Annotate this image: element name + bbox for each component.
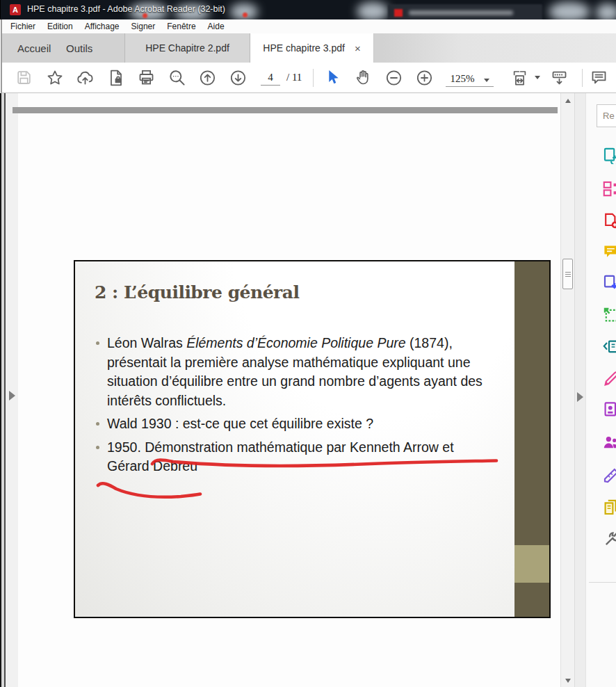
fit-width-button[interactable] bbox=[510, 67, 529, 88]
create-pdf-tool[interactable] bbox=[603, 213, 616, 229]
fit-width-icon bbox=[510, 68, 529, 88]
expand-left-pane-arrow[interactable] bbox=[9, 391, 15, 401]
zoom-level-dropdown[interactable]: 125% bbox=[446, 68, 494, 87]
arrow-down-circle-icon bbox=[229, 68, 248, 88]
bullet-dot-icon bbox=[96, 341, 99, 345]
compress-pdf-tool[interactable] bbox=[603, 339, 616, 355]
comment-tool[interactable] bbox=[603, 243, 616, 260]
slide-bullet-list: Léon Walras Éléments d’Économie Politiqu… bbox=[96, 334, 485, 480]
bullet-item: 1950. Démonstration mathématique par Ken… bbox=[96, 438, 485, 476]
fill-sign-pencil-tool[interactable] bbox=[603, 371, 616, 387]
bullet-dot-icon bbox=[96, 422, 99, 426]
minus-circle-icon bbox=[384, 68, 403, 88]
menu-edition[interactable]: Edition bbox=[47, 22, 73, 31]
background-window bbox=[388, 4, 542, 19]
printer-icon bbox=[137, 68, 156, 87]
hand-icon bbox=[354, 68, 373, 87]
vertical-scrollbar[interactable] bbox=[560, 93, 574, 687]
tab-outils[interactable]: Outils bbox=[66, 33, 92, 63]
acrobat-window: A HPE chapitre 3.pdf - Adobe Acrobat Rea… bbox=[0, 0, 616, 687]
close-tab-icon[interactable]: × bbox=[355, 43, 361, 54]
comment-button[interactable] bbox=[590, 67, 608, 88]
crop-pages-tool[interactable] bbox=[603, 307, 616, 323]
zoom-out-button[interactable] bbox=[384, 67, 403, 88]
arrow-up-circle-icon bbox=[198, 68, 217, 88]
chevron-down-icon[interactable] bbox=[535, 76, 540, 79]
bullet-text: 1950. Démonstration mathématique par Ken… bbox=[107, 438, 485, 476]
window-titlebar: A HPE chapitre 3.pdf - Adobe Acrobat Rea… bbox=[0, 0, 616, 19]
presentation-mode-button[interactable] bbox=[550, 67, 569, 88]
tab-label: HPE Chapitre 2.pdf bbox=[145, 42, 229, 54]
document-area: 2 : L’équilibre général Léon Walras Élém… bbox=[0, 93, 616, 687]
notification-dot bbox=[243, 13, 248, 17]
share-cloud-button[interactable] bbox=[76, 67, 95, 88]
sidebar-divider bbox=[589, 582, 616, 583]
menu-bar: Fichier Edition Affichage Signer Fenêtre… bbox=[1, 19, 616, 33]
main-toolbar: 4 / 11 125% bbox=[1, 63, 616, 93]
page-number-input[interactable]: 4 bbox=[261, 70, 280, 86]
favorite-star-button[interactable] bbox=[45, 67, 64, 88]
zoom-in-button[interactable] bbox=[415, 67, 434, 88]
combine-files-tool[interactable] bbox=[603, 499, 616, 516]
tab-accueil[interactable]: Accueil bbox=[17, 33, 51, 63]
page-total-label: / 11 bbox=[286, 72, 302, 83]
slide-accent-block bbox=[514, 545, 549, 583]
measure-pen-tool[interactable] bbox=[603, 467, 616, 484]
tab-label: HPE chapitre 3.pdf bbox=[263, 42, 345, 54]
comment-bubble-icon bbox=[590, 68, 608, 87]
menu-signer[interactable]: Signer bbox=[131, 22, 156, 31]
previous-page-button[interactable] bbox=[198, 67, 217, 88]
export-pdf-tool[interactable] bbox=[603, 147, 616, 164]
pointer-icon bbox=[324, 69, 341, 86]
convert-pdf-tool[interactable] bbox=[603, 275, 616, 291]
acrobat-app-icon: A bbox=[10, 4, 21, 15]
organize-pages-tool[interactable] bbox=[603, 180, 616, 197]
bullet-text: Wald 1930 : est-ce que cet équilibre exi… bbox=[107, 414, 485, 434]
background-blob bbox=[596, 3, 616, 19]
next-page-button[interactable] bbox=[229, 67, 248, 88]
search-icon bbox=[168, 68, 186, 87]
document-lock-icon bbox=[107, 69, 125, 87]
menu-fichier[interactable]: Fichier bbox=[10, 22, 35, 31]
more-tools-wrench[interactable] bbox=[603, 531, 616, 548]
scroll-down-arrow[interactable] bbox=[565, 679, 571, 683]
tab-bar: Accueil Outils HPE Chapitre 2.pdf HPE ch… bbox=[1, 33, 616, 63]
right-pane-edge bbox=[574, 93, 585, 687]
request-signatures-tool[interactable] bbox=[603, 435, 616, 451]
expand-right-pane-arrow[interactable] bbox=[577, 392, 583, 402]
print-button[interactable] bbox=[137, 67, 156, 88]
bullet-item: Léon Walras Éléments d’Économie Politiqu… bbox=[96, 334, 485, 410]
tools-search-input[interactable]: Re bbox=[597, 104, 616, 127]
page-viewport: 2 : L’équilibre général Léon Walras Élém… bbox=[18, 93, 560, 687]
toolbar-separator bbox=[313, 69, 314, 87]
scrollbar-thumb[interactable] bbox=[562, 259, 573, 289]
plus-circle-icon bbox=[415, 68, 434, 88]
menu-affichage[interactable]: Affichage bbox=[85, 22, 120, 31]
menu-fenetre[interactable]: Fenêtre bbox=[167, 22, 195, 31]
hand-tool-button[interactable] bbox=[354, 67, 373, 88]
tools-search-text: Re bbox=[603, 111, 615, 121]
save-icon bbox=[15, 69, 33, 86]
notification-dot bbox=[143, 13, 147, 18]
menu-aide[interactable]: Aide bbox=[208, 22, 225, 31]
protect-document-button[interactable] bbox=[106, 67, 125, 88]
slide-title: 2 : L’équilibre général bbox=[95, 282, 299, 302]
toolbar-separator bbox=[582, 69, 583, 87]
select-tool-button[interactable] bbox=[323, 67, 342, 88]
background-blob bbox=[357, 2, 389, 19]
bullet-item: Wald 1930 : est-ce que cet équilibre exi… bbox=[96, 414, 485, 434]
bullet-text: Léon Walras Éléments d’Économie Politiqu… bbox=[107, 334, 485, 410]
stamp-tool[interactable] bbox=[603, 401, 616, 418]
zoom-level-value: 125% bbox=[450, 73, 474, 85]
presentation-screen-icon bbox=[550, 68, 569, 88]
window-title: HPE chapitre 3.pdf - Adobe Acrobat Reade… bbox=[27, 4, 225, 14]
collapsed-left-pane bbox=[6, 93, 18, 687]
save-button[interactable] bbox=[15, 67, 33, 88]
search-button[interactable] bbox=[168, 67, 186, 88]
tab-hpe-chapitre-3[interactable]: HPE chapitre 3.pdf × bbox=[250, 33, 374, 63]
scroll-up-arrow[interactable] bbox=[565, 99, 571, 103]
star-icon bbox=[46, 69, 64, 87]
background-blob bbox=[549, 2, 590, 19]
slide-accent-stripe bbox=[514, 261, 549, 617]
tab-hpe-chapitre-2[interactable]: HPE Chapitre 2.pdf bbox=[124, 33, 250, 63]
